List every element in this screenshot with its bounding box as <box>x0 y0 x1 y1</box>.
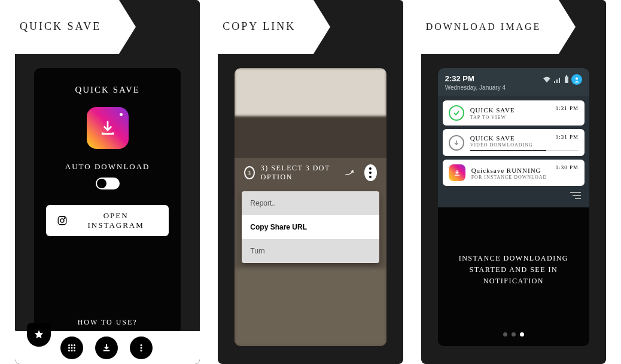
svg-point-7 <box>71 347 73 348</box>
signal-icon <box>553 76 562 83</box>
menu-item-report[interactable]: Report.. <box>242 191 379 215</box>
menu-item-copy-url[interactable]: Copy Share URL <box>242 215 379 239</box>
context-menu: Report.. Copy Share URL Turn <box>242 191 379 263</box>
notification-item[interactable]: QUICK SAVE VIDEO DONWLOADING 1:31 PM <box>443 129 585 156</box>
svg-point-14 <box>141 350 142 351</box>
app-icon <box>449 164 465 181</box>
battery-icon <box>564 75 569 84</box>
menu-item-turn[interactable]: Turn <box>242 239 379 263</box>
app-screen: QUICK SAVE AUTO DOWNLOAD OPEN INSTAGRAM … <box>34 68 181 334</box>
svg-point-1 <box>60 219 64 222</box>
step-number-icon: 3 <box>244 166 255 179</box>
nav-star-tab[interactable] <box>27 323 51 347</box>
page-dot[interactable] <box>512 332 516 337</box>
how-to-use-label: HOW TO USE? <box>78 318 138 327</box>
nav-more-button[interactable] <box>130 337 153 359</box>
panel-download-image: DOWNLOAD IMAGE 2:32 PM Wednesday, Januar… <box>421 0 606 364</box>
instagram-screen: 3 3) SELECT 3 DOT OPTION Report.. Copy S… <box>235 68 386 346</box>
status-time: 2:32 PM <box>445 74 506 83</box>
open-instagram-button[interactable]: OPEN INSTAGRAM <box>46 205 169 236</box>
panel-quick-save: QUICK SAVE QUICK SAVE AUTO DOWNLOAD OPEN… <box>15 0 200 364</box>
star-icon <box>34 329 44 340</box>
svg-point-9 <box>68 350 70 351</box>
banner-title: COPY LINK <box>218 0 313 54</box>
banner-title: DOWNLOAD IMAGE <box>421 0 559 54</box>
nav-download-button[interactable] <box>95 337 118 359</box>
download-progress-bar <box>470 150 579 151</box>
notification-item[interactable]: QUICK SAVE TAP TO VIEW 1:31 PM <box>443 100 585 126</box>
status-date: Wednesday, January 4 <box>445 84 506 91</box>
svg-point-17 <box>576 78 578 80</box>
nav-grid-button[interactable] <box>60 337 83 359</box>
banner-title: QUICK SAVE <box>15 0 119 54</box>
auto-download-toggle[interactable] <box>96 178 120 189</box>
blurred-post-header <box>235 68 386 116</box>
page-dot[interactable] <box>503 332 507 337</box>
svg-point-11 <box>74 350 75 351</box>
phone-body: QUICK SAVE AUTO DOWNLOAD OPEN INSTAGRAM … <box>15 54 200 364</box>
curved-arrow-icon <box>345 169 355 177</box>
notification-shade: QUICK SAVE TAP TO VIEW 1:31 PM QUICK SAV… <box>438 96 589 207</box>
svg-point-8 <box>74 347 75 348</box>
download-circle-icon <box>449 135 464 151</box>
three-dot-button[interactable] <box>364 164 377 181</box>
overlay-message: INSTANCE DOWNLOADING STARTED AND SEE IN … <box>438 207 589 332</box>
notification-item[interactable]: Quicksave RUNNING FOR INSTANCE DOWNLOAD … <box>443 160 585 186</box>
instagram-icon <box>57 215 68 226</box>
bottom-nav <box>15 331 200 364</box>
grid-icon <box>66 342 77 353</box>
user-avatar-icon[interactable] <box>571 74 582 85</box>
shade-handle-icon[interactable] <box>570 192 581 199</box>
svg-point-5 <box>74 344 75 346</box>
more-vertical-icon <box>136 342 147 353</box>
check-circle-icon <box>449 105 464 121</box>
auto-download-label: AUTO DOWNLOAD <box>65 162 150 172</box>
wifi-icon <box>543 76 551 83</box>
banner: QUICK SAVE <box>15 0 200 54</box>
svg-rect-16 <box>566 75 567 77</box>
notification-screen: 2:32 PM Wednesday, January 4 <box>438 68 589 346</box>
svg-rect-15 <box>565 77 568 83</box>
panel-copy-link: COPY LINK 3 3) SELECT 3 DOT OPTION Repor… <box>218 0 403 364</box>
blurred-post-image <box>235 268 386 346</box>
page-indicator <box>438 332 589 346</box>
app-title: QUICK SAVE <box>75 85 139 95</box>
instruction-step-3: 3 3) SELECT 3 DOT OPTION <box>235 158 386 188</box>
status-bar: 2:32 PM Wednesday, January 4 <box>438 68 589 96</box>
status-icons <box>543 74 582 85</box>
svg-point-2 <box>64 218 65 218</box>
svg-point-4 <box>71 344 73 346</box>
app-icon <box>87 107 129 149</box>
page-dot-active[interactable] <box>520 332 524 337</box>
svg-point-12 <box>141 344 142 346</box>
svg-point-10 <box>71 350 73 351</box>
svg-point-13 <box>141 347 142 348</box>
download-icon <box>101 342 112 353</box>
svg-point-6 <box>68 347 70 348</box>
svg-point-3 <box>68 344 70 346</box>
